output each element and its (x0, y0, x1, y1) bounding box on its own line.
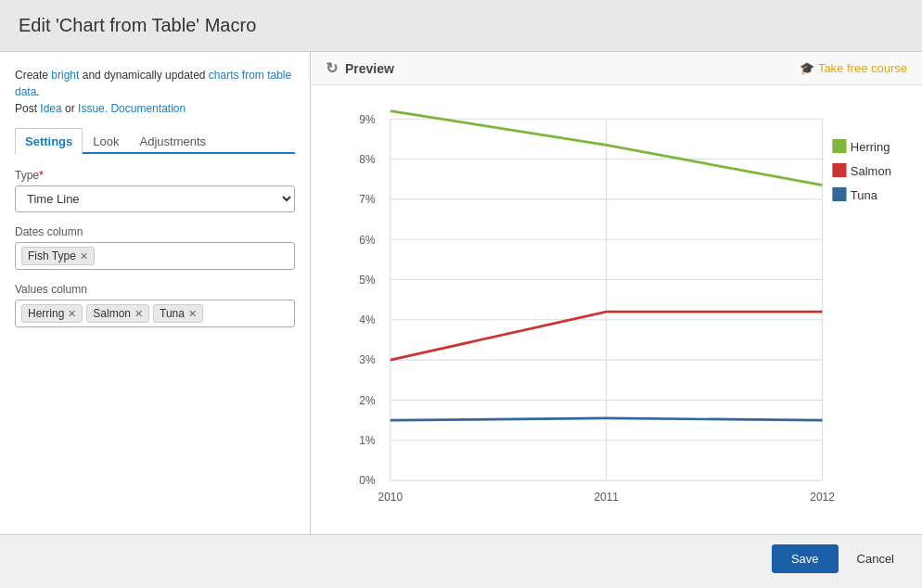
svg-text:Salmon: Salmon (851, 164, 891, 178)
svg-text:2011: 2011 (594, 491, 619, 504)
intro-line1: Create bright and dynamically updated ch… (15, 69, 291, 98)
preview-label: Preview (345, 61, 394, 76)
take-course-link[interactable]: 🎓 Take free course (800, 61, 907, 75)
svg-text:2010: 2010 (378, 491, 403, 504)
svg-text:1%: 1% (359, 434, 376, 447)
salmon-tag: Salmon ✕ (86, 304, 149, 323)
svg-text:2%: 2% (359, 394, 376, 407)
herring-tag: Herring ✕ (21, 304, 83, 323)
salmon-tag-remove[interactable]: ✕ (134, 308, 143, 320)
svg-text:4%: 4% (359, 313, 376, 326)
left-panel: Create bright and dynamically updated ch… (0, 52, 311, 534)
svg-text:6%: 6% (359, 234, 376, 247)
dates-column-group: Dates column Fish Type ✕ (15, 225, 295, 270)
tuna-tag-remove[interactable]: ✕ (188, 308, 197, 320)
intro-text: Create bright and dynamically updated ch… (15, 67, 295, 117)
page-title: Edit 'Chart from Table' Macro (19, 15, 903, 36)
fish-type-tag: Fish Type ✕ (21, 247, 95, 265)
salmon-tag-label: Salmon (93, 307, 131, 320)
values-column-label: Values column (15, 283, 295, 296)
issue-link[interactable]: Issue. (78, 102, 108, 115)
dates-tag-input[interactable]: Fish Type ✕ (15, 242, 295, 270)
tuna-tag: Tuna ✕ (153, 304, 203, 323)
type-field-group: Type* Time Line Bar Pie (15, 169, 295, 212)
fish-type-tag-remove[interactable]: ✕ (80, 250, 88, 262)
footer: Save Cancel (0, 534, 922, 582)
svg-text:2012: 2012 (810, 491, 835, 504)
tabs: Settings Look Adjustments (15, 128, 295, 154)
bright-link[interactable]: bright (51, 69, 79, 82)
doc-link[interactable]: Documentation (110, 102, 186, 115)
values-column-group: Values column Herring ✕ Salmon ✕ Tuna ✕ (15, 283, 295, 327)
svg-text:3%: 3% (359, 353, 376, 366)
chart-svg: 0% 1% 2% 3% 4% 5% 6% 7% 8% 9% 2010 2011 … (320, 95, 913, 525)
course-label: Take free course (818, 61, 907, 75)
svg-text:Herring: Herring (851, 140, 890, 154)
chart-area: 0% 1% 2% 3% 4% 5% 6% 7% 8% 9% 2010 2011 … (311, 85, 922, 534)
herring-tag-remove[interactable]: ✕ (68, 308, 76, 320)
cancel-button[interactable]: Cancel (848, 545, 903, 572)
svg-text:0%: 0% (359, 474, 376, 487)
svg-rect-28 (832, 163, 846, 177)
title-bar: Edit 'Chart from Table' Macro (0, 0, 922, 52)
herring-tag-label: Herring (28, 307, 64, 320)
tab-adjustments[interactable]: Adjustments (130, 128, 217, 154)
svg-text:7%: 7% (359, 193, 376, 206)
main-content: Create bright and dynamically updated ch… (0, 52, 922, 534)
svg-rect-26 (832, 139, 846, 153)
type-label: Type* (15, 169, 295, 182)
values-tag-input[interactable]: Herring ✕ Salmon ✕ Tuna ✕ (15, 300, 295, 327)
svg-text:8%: 8% (359, 153, 376, 166)
save-button[interactable]: Save (772, 544, 839, 573)
tab-look[interactable]: Look (83, 128, 129, 154)
svg-text:Tuna: Tuna (851, 188, 878, 202)
preview-header: ↻ Preview 🎓 Take free course (311, 52, 922, 85)
idea-link[interactable]: Idea (40, 102, 61, 115)
tuna-tag-label: Tuna (160, 307, 185, 320)
intro-line2: Post Idea or Issue. Documentation (15, 102, 186, 115)
course-icon: 🎓 (800, 61, 814, 75)
preview-title: ↻ Preview (326, 59, 394, 77)
refresh-icon[interactable]: ↻ (326, 59, 338, 77)
tab-settings[interactable]: Settings (15, 128, 83, 154)
svg-rect-30 (832, 187, 846, 201)
svg-text:5%: 5% (359, 274, 376, 287)
fish-type-tag-label: Fish Type (28, 249, 76, 262)
dates-column-label: Dates column (15, 225, 295, 238)
right-panel: ↻ Preview 🎓 Take free course (311, 52, 922, 534)
type-select[interactable]: Time Line Bar Pie (15, 185, 295, 212)
svg-text:9%: 9% (359, 113, 376, 126)
